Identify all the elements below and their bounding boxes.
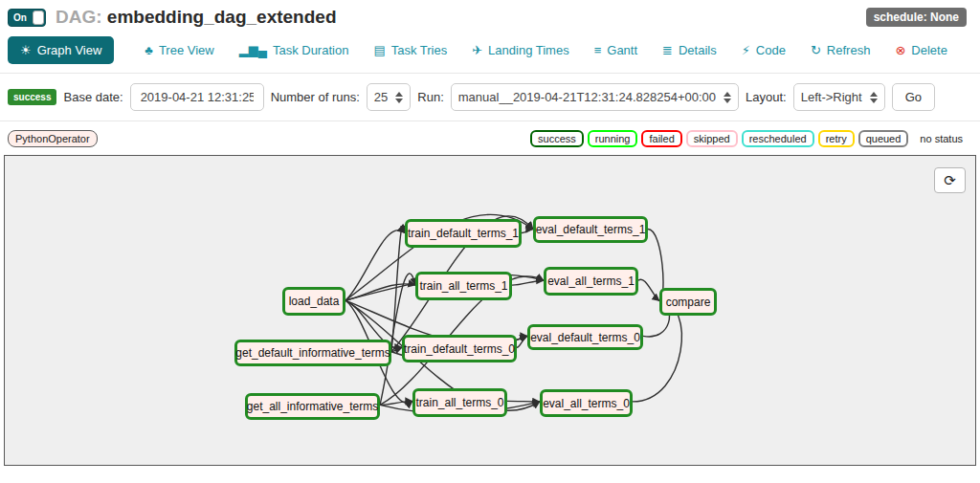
dag-on-toggle[interactable]: On bbox=[8, 9, 46, 27]
graph-node-get_all_informative_terms[interactable]: get_all_informative_terms bbox=[245, 393, 380, 420]
tab-label: Gantt bbox=[607, 43, 637, 57]
graph-refresh-button[interactable]: ⟳ bbox=[934, 167, 966, 193]
graph-node-train_default_terms_0[interactable]: train_default_terms_0 bbox=[402, 335, 517, 362]
task-tries-icon: ▤ bbox=[373, 44, 385, 56]
refresh-icon: ⟳ bbox=[944, 172, 956, 189]
view-tabs: ☀Graph View♣Tree View▂▆▄Task Duration▤Ta… bbox=[0, 32, 980, 73]
dag-name: embedding_dag_extended bbox=[107, 7, 337, 27]
schedule-badge: schedule: None bbox=[866, 8, 967, 27]
legend-state-queued: queued bbox=[858, 130, 909, 147]
tab-graph-view[interactable]: ☀Graph View bbox=[8, 36, 114, 64]
delete-icon: ⊗ bbox=[895, 44, 905, 56]
base-date-input[interactable] bbox=[130, 83, 264, 111]
tab-label: Graph View bbox=[37, 43, 102, 57]
legend-row: PythonOperator successrunningfailedskipp… bbox=[0, 121, 980, 155]
graph-node-compare[interactable]: compare bbox=[659, 288, 717, 316]
header: On DAG: embedding_dag_extended schedule:… bbox=[0, 0, 980, 32]
refresh-icon: ↻ bbox=[811, 44, 821, 56]
filter-bar: success Base date: Number of runs: 25 Ru… bbox=[0, 74, 980, 121]
graph-node-get_default_informative_terms[interactable]: get_default_informative_terms bbox=[234, 340, 391, 366]
tab-label: Landing Times bbox=[488, 43, 569, 57]
graph-node-eval_default_terms_1[interactable]: eval_default_terms_1 bbox=[533, 216, 648, 243]
graph-node-eval_default_terms_0[interactable]: eval_default_terms_0 bbox=[527, 324, 643, 350]
legend-state-skipped: skipped bbox=[686, 130, 738, 147]
code-bolt-icon: ⚡ bbox=[742, 44, 750, 56]
edge-train_default_terms_1-to-eval_default_terms_1 bbox=[522, 230, 533, 233]
plane-icon: ✈ bbox=[472, 44, 482, 56]
tab-label: Refresh bbox=[827, 43, 871, 57]
run-select[interactable]: manual__2019-04-21T12:31:24.828254+00:00 bbox=[451, 83, 739, 111]
graph-node-eval_all_terms_1[interactable]: eval_all_terms_1 bbox=[544, 267, 638, 296]
operator-legend-badge: PythonOperator bbox=[8, 130, 98, 147]
select-stepper-icon bbox=[724, 92, 731, 103]
task-duration-icon: ▂▆▄ bbox=[239, 44, 267, 56]
tab-task-tries[interactable]: ▤Task Tries bbox=[373, 43, 447, 57]
toggle-knob bbox=[33, 11, 44, 25]
num-runs-select[interactable]: 25 bbox=[367, 83, 411, 111]
tab-label: Code bbox=[756, 43, 786, 57]
graph-node-train_all_terms_0[interactable]: train_all_terms_0 bbox=[412, 388, 507, 417]
edge-train_all_terms_1-to-eval_all_terms_1 bbox=[512, 280, 544, 285]
num-runs-label: Number of runs: bbox=[271, 90, 360, 104]
tab-tree-view[interactable]: ♣Tree View bbox=[145, 43, 213, 57]
select-stepper-icon bbox=[870, 92, 878, 103]
tab-label: Delete bbox=[911, 43, 947, 57]
tab-task-duration[interactable]: ▂▆▄Task Duration bbox=[239, 43, 349, 57]
go-button[interactable]: Go bbox=[892, 83, 935, 111]
legend-state-rescheduled: rescheduled bbox=[742, 130, 814, 147]
graph-node-eval_all_terms_0[interactable]: eval_all_terms_0 bbox=[540, 389, 633, 417]
graph-node-train_all_terms_1[interactable]: train_all_terms_1 bbox=[415, 272, 512, 300]
dag-graph-panel: load_dataget_default_informative_termsge… bbox=[4, 155, 976, 466]
page-title: DAG: embedding_dag_extended bbox=[56, 7, 337, 28]
dag-run-status-badge: success bbox=[8, 89, 56, 105]
legend-state-running: running bbox=[588, 130, 638, 147]
tab-details[interactable]: ≣Details bbox=[662, 43, 717, 57]
layout-label: Layout: bbox=[746, 90, 787, 104]
tab-landing-times[interactable]: ✈Landing Times bbox=[472, 43, 568, 57]
graph-node-load_data[interactable]: load_data bbox=[282, 287, 345, 316]
layout-select[interactable]: Left->Right bbox=[793, 83, 885, 111]
tab-label: Details bbox=[679, 43, 717, 57]
edge-eval_all_terms_1-to-compare bbox=[638, 279, 659, 300]
edge-eval_all_terms_0-to-compare bbox=[633, 301, 681, 402]
run-label: Run: bbox=[417, 90, 443, 104]
legend-state-no-status: no status bbox=[912, 130, 970, 147]
tab-label: Task Duration bbox=[273, 43, 348, 57]
dag-edges bbox=[5, 156, 975, 465]
graph-view-icon: ☀ bbox=[20, 44, 32, 56]
run-value: manual__2019-04-21T12:31:24.828254+00:00 bbox=[458, 90, 716, 104]
state-legend: successrunningfailedskippedrescheduledre… bbox=[530, 130, 970, 147]
tab-code[interactable]: ⚡Code bbox=[742, 43, 786, 57]
tab-label: Task Tries bbox=[391, 43, 448, 57]
dag-prefix: DAG: bbox=[56, 7, 102, 27]
tab-label: Tree View bbox=[159, 43, 214, 57]
gantt-icon: ≡ bbox=[594, 44, 602, 56]
base-date-label: Base date: bbox=[63, 90, 122, 104]
graph-node-train_default_terms_1[interactable]: train_default_terms_1 bbox=[405, 219, 522, 248]
legend-state-failed: failed bbox=[641, 130, 681, 147]
details-list-icon: ≣ bbox=[662, 44, 673, 56]
toggle-label: On bbox=[13, 12, 27, 23]
tab-refresh[interactable]: ↻Refresh bbox=[811, 43, 870, 57]
tab-delete[interactable]: ⊗Delete bbox=[895, 43, 947, 57]
num-runs-value: 25 bbox=[374, 90, 388, 104]
legend-state-retry: retry bbox=[818, 130, 855, 147]
layout-value: Left->Right bbox=[801, 90, 862, 104]
tree-view-icon: ♣ bbox=[145, 44, 153, 56]
select-stepper-icon bbox=[395, 92, 403, 103]
tab-gantt[interactable]: ≡Gantt bbox=[594, 43, 637, 57]
legend-state-success: success bbox=[530, 130, 584, 147]
